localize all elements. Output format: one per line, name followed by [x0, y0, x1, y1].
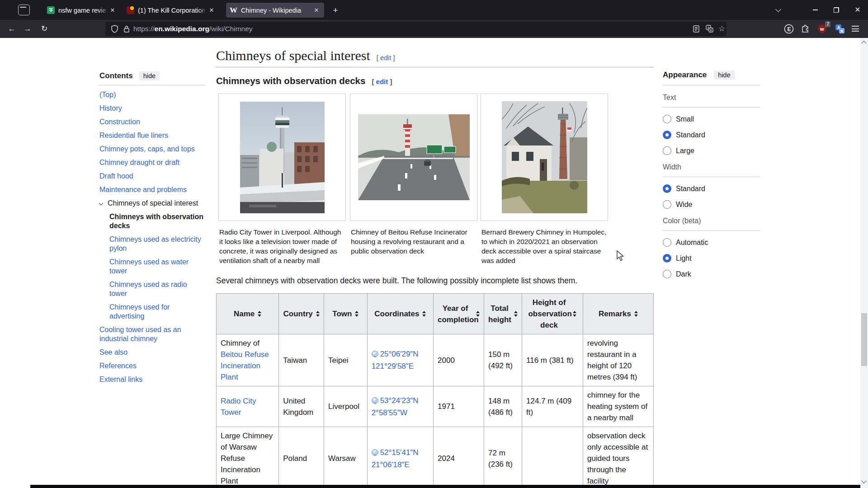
- tab-title-fade: [302, 4, 313, 17]
- beitou-plant-link[interactable]: Beitou Refuse Incineration Plant: [221, 350, 269, 381]
- coordinates-link[interactable]: 25°06′29″N 121°29′58″E: [372, 350, 419, 371]
- tab-chimney-wikipedia[interactable]: W Chimney - Wikipedia ✕: [226, 3, 324, 18]
- coordinates-link[interactable]: 52°15′41″N 21°06′18″E: [372, 448, 419, 469]
- firefox-view-icon[interactable]: [18, 5, 30, 15]
- radio-icon[interactable]: [663, 115, 671, 123]
- toc-item-radio-tower[interactable]: Chimneys used as radio tower: [99, 278, 204, 300]
- toc-item-references[interactable]: References: [99, 359, 204, 373]
- col-town[interactable]: Town: [324, 294, 368, 334]
- radio-checked-icon[interactable]: [663, 131, 671, 139]
- toc-item-top[interactable]: (Top): [99, 88, 204, 102]
- col-country[interactable]: Country: [279, 294, 324, 334]
- coordinates-link[interactable]: 53°24′23″N 2°58′55″W: [372, 396, 419, 417]
- figure-radio-city-tower[interactable]: [218, 94, 346, 221]
- col-year[interactable]: Year of completion: [434, 294, 484, 334]
- radio-icon[interactable]: [663, 200, 671, 209]
- figure-bernard-brewery[interactable]: [481, 94, 608, 221]
- radio-city-tower-link[interactable]: Radio City Tower: [221, 397, 256, 417]
- radio-text-small[interactable]: Small: [663, 115, 760, 123]
- radio-color-light[interactable]: Light: [663, 254, 760, 263]
- extension-puzzle-icon[interactable]: [800, 24, 810, 36]
- toc-item-electricity-pylon[interactable]: Chimneys used as electricity pylon: [99, 233, 204, 255]
- toc-item-chimney-pots[interactable]: Chimney pots, caps, and tops: [99, 142, 204, 156]
- radio-color-automatic[interactable]: Automatic: [663, 238, 760, 247]
- scroll-down-arrow-icon[interactable]: [861, 478, 866, 483]
- toc-item-maintenance[interactable]: Maintenance and problems: [99, 183, 204, 197]
- radio-width-wide[interactable]: Wide: [663, 200, 760, 209]
- radio-text-large[interactable]: Large: [663, 146, 760, 155]
- radio-text-standard[interactable]: Standard: [663, 131, 760, 139]
- sort-icon[interactable]: [634, 311, 638, 317]
- figure-beitou-incinerator[interactable]: [350, 94, 477, 221]
- menu-hamburger-icon[interactable]: [852, 26, 859, 32]
- forward-button[interactable]: →: [20, 22, 35, 36]
- toc-item-chimneys-of-special-interest[interactable]: Chimneys of special interest: [99, 197, 204, 210]
- bernard-brewery-image[interactable]: [502, 101, 587, 213]
- col-total-height[interactable]: Total height: [484, 294, 522, 334]
- edit-section-link[interactable]: [ edit ]: [377, 54, 395, 61]
- contents-hide-button[interactable]: hide: [139, 71, 160, 80]
- toc-item-draft-hood[interactable]: Draft hood: [99, 169, 204, 183]
- toc-item-advertising[interactable]: Chimneys used for advertising: [99, 300, 204, 323]
- sort-icon[interactable]: [355, 311, 359, 317]
- new-tab-button[interactable]: +: [329, 5, 342, 16]
- translate-page-icon[interactable]: A: [706, 25, 713, 34]
- cell-coordinates: 25°06′29″N 121°29′58″E: [367, 334, 433, 386]
- radio-color-dark[interactable]: Dark: [663, 270, 760, 278]
- radio-icon[interactable]: [663, 238, 671, 247]
- reload-button[interactable]: ↻: [37, 22, 52, 36]
- toc-item-water-tower[interactable]: Chimneys used as water tower: [99, 255, 204, 278]
- tracking-protection-shield-icon[interactable]: [111, 25, 118, 35]
- toc-item-see-also[interactable]: See also: [99, 346, 204, 359]
- col-coordinates[interactable]: Coordinates: [367, 294, 433, 334]
- scroll-up-arrow-icon[interactable]: [861, 41, 866, 46]
- sort-icon[interactable]: [476, 311, 480, 317]
- tab-close-icon[interactable]: ✕: [312, 6, 321, 14]
- radio-checked-icon[interactable]: [663, 184, 671, 193]
- sort-icon[interactable]: [514, 311, 518, 317]
- toc-item-external-links[interactable]: External links: [99, 373, 204, 386]
- radio-city-tower-image[interactable]: [240, 102, 325, 213]
- col-remarks[interactable]: Remarks: [583, 294, 653, 334]
- reader-view-icon[interactable]: [693, 25, 699, 34]
- tab-list-dropdown-button[interactable]: [768, 0, 788, 20]
- toc-item-observation-decks-active[interactable]: Chimneys with observation decks: [99, 210, 204, 233]
- toc-item-residential-flue-liners[interactable]: Residential flue liners: [99, 129, 204, 142]
- minimize-button[interactable]: [805, 0, 826, 20]
- width-section-label: Width: [663, 163, 760, 177]
- toc-item-construction[interactable]: Construction: [99, 115, 204, 129]
- sort-icon[interactable]: [258, 311, 261, 317]
- vertical-scrollbar[interactable]: [860, 38, 868, 488]
- toc-item-history[interactable]: History: [99, 102, 204, 115]
- extension-w-shield-icon[interactable]: w 7: [817, 24, 827, 36]
- toc-item-cooling-tower[interactable]: Cooling tower used as an industrial chim…: [99, 323, 204, 346]
- extension-translate-icon[interactable]: A: [835, 24, 845, 36]
- chevron-expanded-icon[interactable]: [99, 201, 104, 206]
- restore-window-button[interactable]: [826, 0, 847, 20]
- url-bar[interactable]: https://en.wikipedia.org/wiki/Chimney A …: [105, 22, 726, 36]
- radio-icon[interactable]: [663, 146, 671, 155]
- extension-w-letter: w: [820, 26, 824, 32]
- scrollbar-thumb[interactable]: [861, 313, 867, 366]
- tab-kill-corporations[interactable]: (1) The Kill Corporations Enterp ✕: [123, 3, 219, 18]
- back-button[interactable]: ←: [5, 22, 19, 36]
- sort-icon[interactable]: [422, 311, 426, 317]
- radio-icon[interactable]: [663, 270, 671, 278]
- radio-checked-icon[interactable]: [663, 254, 671, 263]
- extension-e-icon[interactable]: E: [784, 24, 794, 36]
- edit-subsection-link[interactable]: [ edit ]: [372, 78, 392, 85]
- lock-icon[interactable]: [123, 25, 130, 35]
- beitou-incinerator-image[interactable]: [358, 114, 470, 200]
- sort-icon[interactable]: [316, 311, 320, 317]
- col-deck-height[interactable]: Height of observation deck: [522, 294, 583, 334]
- tab-close-icon[interactable]: ✕: [208, 6, 216, 14]
- tab-close-icon[interactable]: ✕: [108, 6, 117, 14]
- radio-width-standard[interactable]: Standard: [663, 184, 760, 193]
- bookmark-star-icon[interactable]: ☆: [718, 24, 725, 33]
- toc-item-chimney-draught[interactable]: Chimney draught or draft: [99, 156, 204, 169]
- tab-google-sheets[interactable]: nsfw game reviews - Google Sh ✕: [43, 3, 120, 18]
- close-window-button[interactable]: ✕: [847, 0, 868, 20]
- sort-icon[interactable]: [573, 311, 576, 317]
- col-name[interactable]: Name: [217, 294, 279, 334]
- appearance-hide-button[interactable]: hide: [714, 70, 734, 80]
